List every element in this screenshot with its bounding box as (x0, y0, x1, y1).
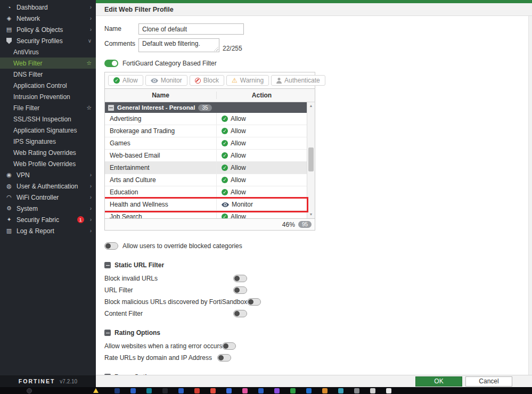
taskbar-app-icon-2[interactable] (130, 388, 136, 393)
authenticate-button[interactable]: Authenticate (271, 75, 325, 86)
fortiguard-toggle-label: FortiGuard Category Based Filter (122, 60, 217, 67)
comments-label: Comments (104, 38, 138, 47)
favorite-star-icon[interactable]: ☆ (86, 104, 92, 111)
rating-error-toggle[interactable] (222, 342, 236, 350)
taskbar-app-icon-5[interactable] (178, 388, 184, 393)
column-header-action[interactable]: Action (217, 92, 307, 99)
table-row[interactable]: Job Search Allow (105, 211, 307, 218)
rate-by-domain-toggle[interactable] (217, 354, 231, 362)
sidebar-item-file-filter[interactable]: File Filter ☆ (0, 102, 96, 113)
taskbar-app-icon-15[interactable] (338, 388, 343, 393)
taskbar-app-icon-7[interactable] (210, 388, 216, 393)
comments-input[interactable]: Default web filtering. (138, 38, 219, 52)
sidebar-item-application-control[interactable]: Application Control (0, 80, 96, 91)
fortisandbox-urls-toggle[interactable] (247, 298, 261, 306)
taskbar-app-icon-4[interactable] (162, 388, 168, 393)
page-scrollbar[interactable] (528, 16, 532, 375)
warning-tray-icon (93, 388, 99, 393)
comments-form-row: Comments Default web filtering. 22/255 (104, 38, 523, 52)
taskbar-app-icon-3[interactable] (146, 388, 152, 393)
scroll-thumb[interactable] (308, 147, 314, 171)
taskbar-app-icon-17[interactable] (370, 388, 375, 393)
sidebar-item-security-profiles[interactable]: Security Profiles ∨ (0, 35, 96, 46)
sidebar-item-wifi-controller[interactable]: ◠ WiFi Controller › (0, 192, 96, 203)
collapse-minus-icon[interactable] (104, 374, 111, 375)
allow-check-icon (222, 128, 228, 134)
sidebar-item-web-rating-overrides[interactable]: Web Rating Overrides (0, 147, 96, 158)
monitor-button[interactable]: Monitor (145, 75, 187, 86)
taskbar-app-icon-11[interactable] (274, 388, 280, 393)
sidebar-subitem-label: Web Rating Overrides (13, 149, 76, 157)
sidebar-item-user-authentication[interactable]: ◍ User & Authentication › (0, 180, 96, 192)
user-icon: ◍ (5, 183, 13, 190)
gauge-icon: ◔ (5, 4, 13, 11)
table-row[interactable]: Entertainment Allow (105, 162, 307, 174)
category-group-row[interactable]: General Interest - Personal 35 (105, 102, 307, 113)
block-invalid-urls-toggle[interactable] (233, 275, 247, 282)
section-header: Proxy Options (104, 373, 523, 375)
category-name: Entertainment (105, 162, 217, 174)
table-row-health-and-wellness[interactable]: Health and Wellness Monitor (105, 199, 307, 211)
sidebar-item-system[interactable]: ⚙ System › (0, 203, 96, 214)
column-header-name[interactable]: Name (105, 92, 217, 99)
collapse-minus-icon[interactable] (104, 330, 111, 336)
sidebar-item-intrusion-prevention[interactable]: Intrusion Prevention (0, 91, 96, 102)
favorite-star-icon[interactable]: ☆ (86, 60, 92, 67)
taskbar-app-icon-16[interactable] (354, 388, 359, 393)
override-categories-toggle[interactable] (104, 242, 118, 250)
notification-badge: 1 (77, 216, 84, 223)
scroll-down-arrow-icon[interactable]: ▼ (307, 211, 315, 218)
table-row[interactable]: Arts and Culture Allow (105, 174, 307, 186)
option-row: URL Filter (104, 286, 523, 294)
taskbar-app-icon-18[interactable] (386, 388, 391, 393)
taskbar-app-icon-13[interactable] (306, 388, 312, 393)
table-row[interactable]: Advertising Allow (105, 113, 307, 125)
block-button[interactable]: Block (190, 75, 224, 86)
sidebar-item-web-profile-overrides[interactable]: Web Profile Overrides (0, 158, 96, 169)
sidebar-item-web-filter[interactable]: Web Filter ☆ (0, 58, 96, 69)
sidebar-item-ips-signatures[interactable]: IPS Signatures (0, 136, 96, 147)
person-icon (276, 78, 282, 84)
sidebar-item-antivirus[interactable]: AntiVirus (0, 46, 96, 58)
taskbar-app-icon-10[interactable] (258, 388, 264, 393)
table-row[interactable]: Brokerage and Trading Allow (105, 125, 307, 137)
allow-button[interactable]: Allow (108, 75, 143, 86)
sidebar-item-vpn[interactable]: ◉ VPN › (0, 169, 96, 180)
sidebar-item-network[interactable]: ◈ Network › (0, 13, 96, 24)
taskbar-app-icon-8[interactable] (226, 388, 232, 393)
fortiguard-category-toggle[interactable] (104, 60, 118, 67)
sidebar-item-application-signatures[interactable]: Application Signatures (0, 125, 96, 136)
taskbar-app-icon-14[interactable] (322, 388, 328, 393)
taskbar (0, 387, 532, 394)
chevron-right-icon: › (90, 15, 92, 21)
taskbar-app-icon-9[interactable] (242, 388, 248, 393)
collapse-minus-icon[interactable] (104, 262, 111, 268)
chevron-right-icon: › (90, 183, 92, 189)
scroll-up-arrow-icon[interactable]: ▲ (307, 103, 315, 109)
sidebar-item-dns-filter[interactable]: DNS Filter (0, 69, 96, 80)
network-icon: ◈ (5, 15, 13, 22)
group-count-badge: 35 (198, 104, 211, 111)
content-filter-toggle[interactable] (233, 310, 247, 317)
taskbar-app-icon-12[interactable] (290, 388, 296, 393)
url-filter-toggle[interactable] (233, 286, 247, 294)
table-row[interactable]: Education Allow (105, 186, 307, 199)
sidebar-item-policy-objects[interactable]: ▤ Policy & Objects › (0, 24, 96, 35)
cancel-button[interactable]: Cancel (465, 376, 512, 387)
sidebar-item-dashboard[interactable]: ◔ Dashboard › (0, 2, 96, 13)
taskbar-app-icon-1[interactable] (114, 388, 120, 393)
collapse-minus-icon[interactable] (108, 105, 114, 111)
table-row[interactable]: Web-based Email Allow (105, 150, 307, 162)
sidebar-item-security-fabric[interactable]: ✦ Security Fabric 1 › (0, 214, 96, 225)
name-input[interactable] (138, 23, 244, 35)
wifi-icon: ◠ (5, 194, 13, 201)
warning-button[interactable]: ⚠ Warning (226, 75, 269, 86)
table-row[interactable]: Games Allow (105, 137, 307, 150)
sidebar-item-ssl-ssh-inspection[interactable]: SSL/SSH Inspection (0, 113, 96, 125)
ok-button[interactable]: OK (415, 376, 462, 387)
table-scrollbar[interactable]: ▲ ▼ (307, 102, 315, 218)
taskbar-launcher-icon[interactable] (27, 388, 32, 393)
sidebar-item-log-report[interactable]: ▥ Log & Report › (0, 225, 96, 236)
taskbar-app-icon-6[interactable] (194, 388, 200, 393)
fortiguard-toggle-row: FortiGuard Category Based Filter (104, 60, 523, 67)
